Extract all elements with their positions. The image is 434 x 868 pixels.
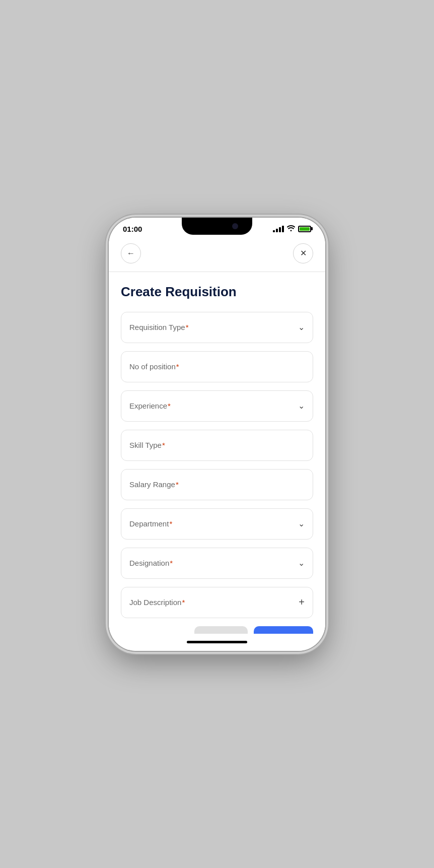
department-required: * (169, 519, 172, 528)
salary-range-label: Salary Range* (129, 480, 179, 489)
wifi-icon (287, 225, 295, 233)
buttons-row: Cancel Submit (121, 626, 313, 634)
requisition-type-field[interactable]: Requisition Type* ⌄ (121, 312, 313, 343)
job-description-field[interactable]: Job Description* + (121, 587, 313, 618)
phone-frame: 01:00 (109, 218, 325, 651)
requisition-type-required: * (186, 323, 189, 331)
salary-range-required: * (176, 480, 179, 489)
content-area: ← ✕ Create Requisition Requisition Type*… (109, 237, 325, 634)
cancel-button[interactable]: Cancel (194, 626, 248, 634)
back-icon: ← (127, 249, 135, 258)
battery-icon (298, 226, 311, 232)
form: Requisition Type* ⌄ No of position* Expe… (121, 312, 313, 618)
experience-chevron-icon: ⌄ (298, 401, 305, 411)
close-button[interactable]: ✕ (293, 243, 313, 263)
notch-camera (232, 223, 238, 229)
designation-label: Designation* (129, 559, 173, 567)
job-description-label: Job Description* (129, 598, 185, 607)
nav-header: ← ✕ (121, 237, 313, 272)
salary-range-field[interactable]: Salary Range* (121, 469, 313, 500)
department-chevron-icon: ⌄ (298, 519, 305, 528)
designation-required: * (170, 559, 173, 567)
experience-label: Experience* (129, 402, 171, 410)
designation-field[interactable]: Designation* ⌄ (121, 548, 313, 579)
job-description-required: * (182, 598, 185, 607)
back-button[interactable]: ← (121, 243, 141, 263)
department-label: Department* (129, 519, 172, 528)
signal-bar-4 (282, 226, 284, 232)
no-of-position-required: * (176, 362, 179, 371)
header-divider (109, 272, 325, 272)
signal-bar-2 (276, 229, 278, 232)
chevron-down-icon: ⌄ (298, 322, 305, 332)
home-bar (187, 641, 247, 643)
requisition-type-label: Requisition Type* (129, 323, 188, 331)
skill-type-required: * (162, 441, 165, 449)
status-icons (273, 225, 311, 233)
home-indicator (109, 634, 325, 651)
experience-required: * (168, 402, 171, 410)
signal-bar-3 (279, 227, 281, 232)
designation-chevron-icon: ⌄ (298, 558, 305, 568)
experience-field[interactable]: Experience* ⌄ (121, 390, 313, 422)
battery-fill (300, 227, 310, 231)
submit-button[interactable]: Submit (254, 626, 313, 634)
no-of-position-field[interactable]: No of position* (121, 351, 313, 382)
skill-type-field[interactable]: Skill Type* (121, 430, 313, 461)
signal-bars-icon (273, 226, 284, 232)
screen: 01:00 (109, 218, 325, 651)
department-field[interactable]: Department* ⌄ (121, 508, 313, 540)
notch (182, 218, 252, 235)
signal-bar-1 (273, 230, 275, 232)
skill-type-label: Skill Type* (129, 441, 165, 449)
plus-icon: + (299, 596, 305, 608)
close-icon: ✕ (300, 248, 307, 258)
no-of-position-label: No of position* (129, 362, 179, 371)
status-time: 01:00 (123, 225, 142, 233)
page-title: Create Requisition (121, 284, 313, 300)
